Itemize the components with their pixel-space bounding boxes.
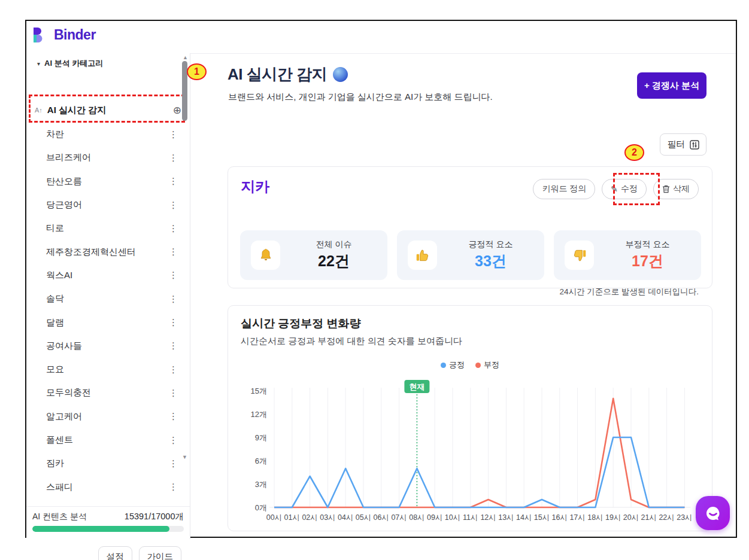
pencil-icon: ✎ (611, 184, 618, 194)
line-chart: 00시01시02시03시04시05시06시07시08시09시10시11시12시1… (241, 379, 711, 526)
annotation-badge-1: 1 (187, 63, 207, 80)
sidebar-item-label: 제주창조경제혁신센터 (46, 246, 165, 258)
svg-text:14시: 14시 (516, 513, 532, 522)
kebab-menu-icon[interactable]: ⋮ (165, 294, 181, 305)
scrollbar-up-icon[interactable]: ▲ (181, 54, 189, 60)
svg-text:3개: 3개 (255, 480, 267, 489)
sidebar-item[interactable]: 브리즈케어⋮ (26, 146, 190, 169)
chart-legend: 긍정부정 (228, 360, 712, 370)
svg-text:22시: 22시 (659, 513, 674, 522)
sidebar-category-header[interactable]: ▾ AI 분석 카테고리 (37, 58, 103, 69)
kebab-menu-icon[interactable]: ⋮ (165, 223, 181, 234)
kebab-menu-icon[interactable]: ⋮ (165, 364, 181, 375)
svg-text:20시: 20시 (623, 513, 639, 522)
svg-text:19시: 19시 (605, 513, 621, 522)
sidebar-item-label: 웍스AI (46, 270, 165, 281)
svg-text:15개: 15개 (251, 386, 267, 395)
sidebar-item[interactable]: 제주창조경제혁신센터⋮ (26, 240, 190, 263)
kebab-menu-icon[interactable]: ⋮ (165, 317, 181, 328)
keyword-define-button[interactable]: 키워드 정의 (533, 179, 595, 199)
legend-item-긍정[interactable]: 긍정 (441, 360, 465, 370)
add-competitor-button[interactable]: + 경쟁사 분석 (637, 72, 706, 99)
legend-item-부정[interactable]: 부정 (475, 360, 499, 370)
sidebar-item[interactable]: 폴센트⋮ (26, 428, 190, 452)
filter-button[interactable]: 필터 (660, 133, 706, 156)
sidebar-item[interactable]: 짐카⋮ (26, 452, 190, 475)
filter-sliders-icon (690, 140, 699, 150)
keyword-title: 지카 (241, 177, 269, 196)
sidebar-item[interactable]: 알고케어⋮ (26, 405, 190, 428)
sidebar-item[interactable]: 달램⋮ (26, 311, 190, 334)
edit-button[interactable]: ✎ 수정 (602, 179, 647, 199)
svg-text:13시: 13시 (498, 513, 514, 522)
svg-text:07시: 07시 (391, 513, 407, 522)
chart-card: 실시간 긍정부정 변화량 시간순서로 긍정과 부정에 대한 의견 숫자를 보여줍… (228, 305, 712, 531)
sidebar-item-label: 짐카 (46, 458, 165, 469)
kebab-menu-icon[interactable]: ⋮ (165, 482, 181, 492)
sidebar-item-ai-realtime[interactable]: A↑ AI 실시간 감지 ⊕ (26, 98, 190, 123)
guide-button[interactable]: 가이드 (139, 546, 182, 560)
page-subtitle: 브랜드와 서비스, 개인과 기업을 실시간으로 AI가 보호해 드립니다. (228, 92, 493, 103)
svg-text:6개: 6개 (255, 456, 267, 465)
delete-button[interactable]: 삭제 (653, 179, 699, 199)
sidebar-item[interactable]: 차란⋮ (26, 123, 190, 146)
svg-text:11시: 11시 (463, 513, 478, 522)
filter-button-label: 필터 (668, 139, 686, 150)
keyword-card: 지카 키워드 정의 ✎ 수정 삭제 2 전체 이슈22건긍정적 요소33건부정적 (228, 166, 712, 288)
app-window: Binder ▾ AI 분석 카테고리 A↑ AI 실시간 감지 ⊕ 차란⋮브리… (25, 20, 737, 538)
kebab-menu-icon[interactable]: ⋮ (165, 340, 181, 351)
brand-name: Binder (54, 27, 96, 43)
sidebar-item-label: 달램 (46, 317, 165, 328)
sidebar: ▾ AI 분석 카테고리 A↑ AI 실시간 감지 ⊕ 차란⋮브리즈케어⋮탄산오… (26, 53, 190, 539)
kebab-menu-icon[interactable]: ⋮ (165, 458, 181, 469)
sidebar-item-label: 당근영어 (46, 199, 165, 211)
kebab-menu-icon[interactable]: ⋮ (165, 435, 181, 446)
kebab-menu-icon[interactable]: ⋮ (165, 270, 181, 281)
kebab-menu-icon[interactable]: ⋮ (165, 388, 181, 398)
chat-widget-button[interactable] (696, 496, 730, 530)
sidebar-item-label: 탄산오름 (46, 176, 165, 187)
sidebar-item[interactable]: 탄산오름⋮ (26, 170, 190, 193)
sidebar-item[interactable]: 스패디⋮ (26, 475, 190, 498)
kebab-menu-icon[interactable]: ⋮ (165, 246, 181, 257)
chat-smile-icon (703, 504, 723, 523)
kebab-menu-icon[interactable]: ⋮ (165, 153, 181, 163)
add-keyword-icon[interactable]: ⊕ (173, 104, 181, 117)
sidebar-item-label: 폴센트 (46, 434, 165, 446)
svg-text:15시: 15시 (534, 513, 550, 522)
binder-logo-icon (32, 27, 48, 43)
stats-row: 전체 이슈22건긍정적 요소33건부정적 요소17건 (240, 230, 701, 280)
bell-icon (251, 241, 280, 270)
svg-text:05시: 05시 (356, 513, 371, 522)
sidebar-item[interactable]: 모요⋮ (26, 358, 190, 381)
sidebar-item-label: 공여사들 (46, 340, 165, 352)
kebab-menu-icon[interactable]: ⋮ (165, 411, 181, 422)
sidebar-item-label: 스패디 (46, 482, 165, 493)
sidebar-selected-label: AI 실시간 감지 (47, 105, 168, 116)
legend-dot-icon (475, 363, 481, 368)
svg-text:16시: 16시 (552, 513, 568, 522)
settings-button[interactable]: 설정 (98, 546, 132, 560)
scrollbar-down-icon[interactable]: ▼ (181, 454, 189, 460)
thumb-down-icon (565, 241, 594, 270)
svg-text:12개: 12개 (251, 410, 267, 419)
brand-logo[interactable]: Binder (32, 27, 96, 43)
svg-text:9개: 9개 (255, 433, 267, 442)
sidebar-item[interactable]: 솔닥⋮ (26, 287, 190, 311)
kebab-menu-icon[interactable]: ⋮ (165, 200, 181, 211)
sidebar-item[interactable]: 모두의충전⋮ (26, 381, 190, 404)
kebab-menu-icon[interactable]: ⋮ (165, 176, 181, 187)
stats-footnote: 24시간 기준으로 발생된 데이터입니다. (559, 287, 699, 297)
sidebar-item-label: 티로 (46, 223, 165, 234)
stat-value: 17건 (632, 251, 663, 271)
kebab-menu-icon[interactable]: ⋮ (165, 129, 181, 140)
usage-progress-bar (32, 526, 184, 532)
svg-text:04시: 04시 (338, 513, 353, 522)
sidebar-item[interactable]: 티로⋮ (26, 217, 190, 240)
svg-text:09시: 09시 (427, 513, 442, 522)
sidebar-item[interactable]: 당근영어⋮ (26, 193, 190, 217)
svg-text:01시: 01시 (284, 513, 300, 522)
sidebar-item[interactable]: 공여사들⋮ (26, 334, 190, 358)
sidebar-item[interactable]: 웍스AI⋮ (26, 264, 190, 287)
trash-icon (662, 185, 670, 193)
